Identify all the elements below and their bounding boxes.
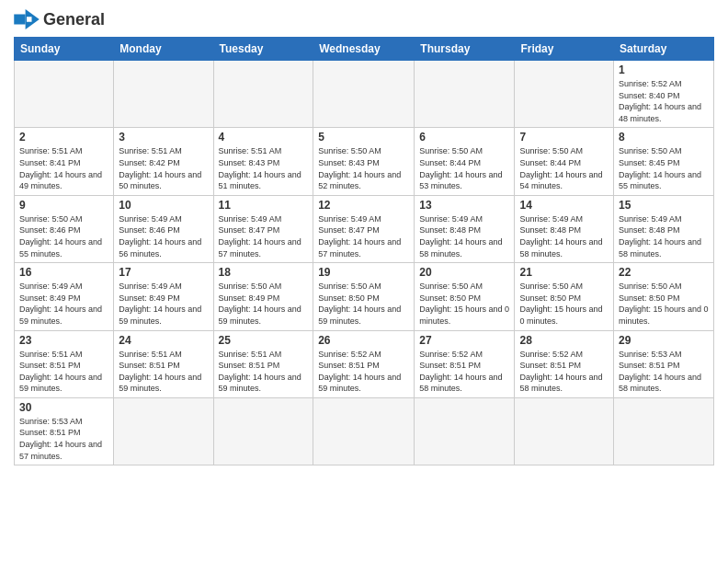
day-info: Sunrise: 5:51 AMSunset: 8:51 PMDaylight:…	[219, 349, 309, 395]
day-number: 2	[19, 131, 108, 144]
calendar-cell: 14Sunrise: 5:49 AMSunset: 8:48 PMDayligh…	[515, 195, 614, 262]
day-number: 12	[318, 199, 409, 212]
calendar-cell: 23Sunrise: 5:51 AMSunset: 8:51 PMDayligh…	[15, 330, 114, 397]
calendar-cell: 5Sunrise: 5:50 AMSunset: 8:43 PMDaylight…	[313, 128, 415, 195]
svg-rect-2	[27, 17, 32, 22]
day-info: Sunrise: 5:49 AMSunset: 8:48 PMDaylight:…	[419, 213, 509, 259]
day-info: Sunrise: 5:51 AMSunset: 8:51 PMDaylight:…	[119, 349, 208, 395]
calendar-cell	[415, 397, 515, 465]
calendar-cell: 18Sunrise: 5:50 AMSunset: 8:49 PMDayligh…	[213, 263, 313, 330]
calendar-cell: 10Sunrise: 5:49 AMSunset: 8:46 PMDayligh…	[114, 195, 213, 262]
calendar-cell: 4Sunrise: 5:51 AMSunset: 8:43 PMDaylight…	[213, 128, 313, 195]
weekday-header-wednesday: Wednesday	[313, 38, 415, 61]
day-info: Sunrise: 5:50 AMSunset: 8:50 PMDaylight:…	[318, 281, 409, 327]
calendar-cell: 13Sunrise: 5:49 AMSunset: 8:48 PMDayligh…	[415, 195, 515, 262]
weekday-header-monday: Monday	[114, 38, 213, 61]
day-number: 25	[219, 334, 309, 347]
day-info: Sunrise: 5:49 AMSunset: 8:49 PMDaylight:…	[19, 281, 108, 327]
calendar-cell	[415, 61, 515, 128]
day-info: Sunrise: 5:50 AMSunset: 8:50 PMDaylight:…	[419, 281, 509, 327]
week-row-4: 16Sunrise: 5:49 AMSunset: 8:49 PMDayligh…	[15, 263, 714, 330]
header-area: General	[14, 9, 714, 29]
day-number: 6	[419, 131, 509, 144]
weekday-header-thursday: Thursday	[415, 38, 515, 61]
calendar-cell: 21Sunrise: 5:50 AMSunset: 8:50 PMDayligh…	[515, 263, 614, 330]
week-row-3: 9Sunrise: 5:50 AMSunset: 8:46 PMDaylight…	[15, 195, 714, 262]
day-number: 29	[619, 334, 709, 347]
day-info: Sunrise: 5:50 AMSunset: 8:44 PMDaylight:…	[419, 145, 509, 191]
day-info: Sunrise: 5:52 AMSunset: 8:40 PMDaylight:…	[619, 78, 709, 124]
day-number: 23	[19, 334, 108, 347]
calendar-cell	[114, 397, 213, 465]
calendar-cell	[515, 61, 614, 128]
calendar-cell: 9Sunrise: 5:50 AMSunset: 8:46 PMDaylight…	[15, 195, 114, 262]
calendar-cell	[614, 397, 714, 465]
day-number: 24	[119, 334, 208, 347]
calendar-cell: 7Sunrise: 5:50 AMSunset: 8:44 PMDaylight…	[515, 128, 614, 195]
day-number: 27	[419, 334, 509, 347]
day-info: Sunrise: 5:49 AMSunset: 8:47 PMDaylight:…	[219, 213, 309, 259]
day-number: 4	[219, 131, 309, 144]
calendar-cell	[313, 61, 415, 128]
day-info: Sunrise: 5:51 AMSunset: 8:42 PMDaylight:…	[119, 145, 208, 191]
calendar-cell: 6Sunrise: 5:50 AMSunset: 8:44 PMDaylight…	[415, 128, 515, 195]
calendar-table: SundayMondayTuesdayWednesdayThursdayFrid…	[14, 37, 714, 465]
weekday-header-sunday: Sunday	[15, 38, 114, 61]
day-number: 14	[519, 199, 609, 212]
day-number: 10	[119, 199, 208, 212]
day-info: Sunrise: 5:52 AMSunset: 8:51 PMDaylight:…	[419, 349, 509, 395]
calendar-cell: 24Sunrise: 5:51 AMSunset: 8:51 PMDayligh…	[114, 330, 213, 397]
weekday-header-row: SundayMondayTuesdayWednesdayThursdayFrid…	[15, 38, 714, 61]
day-number: 15	[619, 199, 709, 212]
day-number: 3	[119, 131, 208, 144]
calendar-cell	[313, 397, 415, 465]
day-info: Sunrise: 5:53 AMSunset: 8:51 PMDaylight:…	[19, 416, 108, 462]
calendar-cell: 12Sunrise: 5:49 AMSunset: 8:47 PMDayligh…	[313, 195, 415, 262]
day-number: 7	[519, 131, 609, 144]
calendar-cell: 15Sunrise: 5:49 AMSunset: 8:48 PMDayligh…	[614, 195, 714, 262]
calendar-cell: 8Sunrise: 5:50 AMSunset: 8:45 PMDaylight…	[614, 128, 714, 195]
calendar-cell	[213, 397, 313, 465]
calendar-cell: 27Sunrise: 5:52 AMSunset: 8:51 PMDayligh…	[415, 330, 515, 397]
calendar-cell: 28Sunrise: 5:52 AMSunset: 8:51 PMDayligh…	[515, 330, 614, 397]
day-number: 1	[619, 63, 709, 76]
svg-rect-0	[14, 15, 25, 25]
day-info: Sunrise: 5:53 AMSunset: 8:51 PMDaylight:…	[619, 349, 709, 395]
day-number: 16	[19, 266, 108, 279]
weekday-header-friday: Friday	[515, 38, 614, 61]
day-number: 30	[19, 401, 108, 414]
page: General SundayMondayTuesdayWednesdayThur…	[0, 0, 728, 563]
day-info: Sunrise: 5:51 AMSunset: 8:51 PMDaylight:…	[19, 349, 108, 395]
calendar-cell	[114, 61, 213, 128]
day-number: 9	[19, 199, 108, 212]
calendar-cell	[213, 61, 313, 128]
day-number: 26	[318, 334, 409, 347]
day-number: 17	[119, 266, 208, 279]
calendar-cell: 30Sunrise: 5:53 AMSunset: 8:51 PMDayligh…	[15, 397, 114, 465]
day-number: 20	[419, 266, 509, 279]
day-info: Sunrise: 5:50 AMSunset: 8:45 PMDaylight:…	[619, 145, 709, 191]
calendar-cell: 11Sunrise: 5:49 AMSunset: 8:47 PMDayligh…	[213, 195, 313, 262]
calendar-cell: 17Sunrise: 5:49 AMSunset: 8:49 PMDayligh…	[114, 263, 213, 330]
calendar-cell: 16Sunrise: 5:49 AMSunset: 8:49 PMDayligh…	[15, 263, 114, 330]
day-info: Sunrise: 5:49 AMSunset: 8:49 PMDaylight:…	[119, 281, 208, 327]
logo-icon	[14, 9, 40, 29]
calendar-cell: 3Sunrise: 5:51 AMSunset: 8:42 PMDaylight…	[114, 128, 213, 195]
day-info: Sunrise: 5:50 AMSunset: 8:44 PMDaylight:…	[519, 145, 609, 191]
day-info: Sunrise: 5:49 AMSunset: 8:46 PMDaylight:…	[119, 213, 208, 259]
day-number: 18	[219, 266, 309, 279]
day-info: Sunrise: 5:51 AMSunset: 8:41 PMDaylight:…	[19, 145, 108, 191]
day-info: Sunrise: 5:52 AMSunset: 8:51 PMDaylight:…	[318, 349, 409, 395]
calendar-cell: 26Sunrise: 5:52 AMSunset: 8:51 PMDayligh…	[313, 330, 415, 397]
day-info: Sunrise: 5:51 AMSunset: 8:43 PMDaylight:…	[219, 145, 309, 191]
week-row-6: 30Sunrise: 5:53 AMSunset: 8:51 PMDayligh…	[15, 397, 714, 465]
day-info: Sunrise: 5:50 AMSunset: 8:43 PMDaylight:…	[318, 145, 409, 191]
calendar-cell: 19Sunrise: 5:50 AMSunset: 8:50 PMDayligh…	[313, 263, 415, 330]
calendar-cell: 22Sunrise: 5:50 AMSunset: 8:50 PMDayligh…	[614, 263, 714, 330]
calendar-cell: 1Sunrise: 5:52 AMSunset: 8:40 PMDaylight…	[614, 61, 714, 128]
day-number: 19	[318, 266, 409, 279]
day-info: Sunrise: 5:49 AMSunset: 8:47 PMDaylight:…	[318, 213, 409, 259]
day-info: Sunrise: 5:50 AMSunset: 8:50 PMDaylight:…	[619, 281, 709, 327]
week-row-2: 2Sunrise: 5:51 AMSunset: 8:41 PMDaylight…	[15, 128, 714, 195]
day-number: 28	[519, 334, 609, 347]
